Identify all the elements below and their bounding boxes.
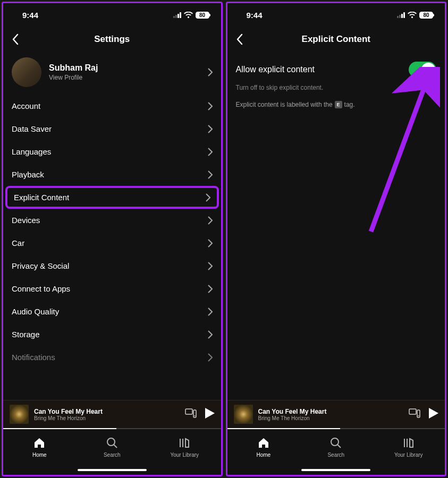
settings-item-account[interactable]: Account (3, 95, 221, 117)
nav-search[interactable]: Search (300, 429, 373, 465)
page-title: Settings (3, 34, 221, 45)
album-art (234, 405, 253, 424)
settings-item-label: Explicit Content (14, 193, 69, 202)
play-icon[interactable] (205, 408, 215, 421)
explicit-hint: Turn off to skip explicit content. (227, 82, 445, 93)
settings-item-playback[interactable]: Playback (3, 163, 221, 186)
settings-item-explicit-content[interactable]: Explicit Content (5, 186, 219, 209)
status-right: 80 (173, 12, 209, 19)
toggle-label: Allow explicit content (236, 65, 315, 74)
settings-content: Subham Raj View Profile Account Data Sav… (3, 52, 221, 400)
settings-item-data-saver[interactable]: Data Saver (3, 117, 221, 140)
settings-item-storage[interactable]: Storage (3, 323, 221, 346)
settings-item-label: Audio Quality (12, 307, 59, 316)
chevron-right-icon (208, 285, 213, 293)
now-playing-artist: Bring Me The Horizon (34, 415, 180, 421)
phone-left-settings: 9:44 80 Settings Subham Raj View Profile (2, 2, 223, 476)
bottom-nav: Home Search Your Library (3, 429, 221, 465)
nav-home[interactable]: Home (227, 429, 300, 465)
home-icon (258, 437, 269, 450)
settings-item-label: Data Saver (12, 124, 52, 133)
settings-item-car[interactable]: Car (3, 232, 221, 254)
settings-item-label: Playback (12, 170, 44, 179)
header: Explicit Content (227, 27, 445, 52)
settings-item-audio-quality[interactable]: Audio Quality (3, 300, 221, 323)
album-art (10, 405, 29, 424)
cellular-icon (397, 12, 405, 18)
avatar (12, 57, 41, 87)
settings-item-label: Account (12, 101, 40, 110)
page-title: Explicit Content (227, 34, 445, 45)
nav-label: Home (256, 452, 271, 458)
home-indicator[interactable] (3, 465, 221, 475)
home-indicator[interactable] (227, 465, 445, 475)
svg-line-12 (338, 445, 341, 448)
chevron-right-icon (208, 239, 213, 247)
search-icon (106, 437, 118, 450)
chevron-right-icon (208, 330, 213, 339)
nav-library[interactable]: Your Library (148, 429, 221, 465)
svg-point-10 (418, 415, 419, 416)
settings-item-privacy-social[interactable]: Privacy & Social (3, 254, 221, 277)
allow-explicit-row: Allow explicit content (227, 52, 445, 82)
chevron-right-icon (208, 170, 213, 179)
wifi-icon (408, 12, 417, 18)
wifi-icon (184, 12, 193, 18)
devices-icon[interactable] (409, 408, 420, 420)
svg-rect-8 (409, 409, 416, 414)
back-button[interactable] (236, 33, 249, 46)
settings-item-devices[interactable]: Devices (3, 209, 221, 232)
allow-explicit-toggle[interactable] (409, 62, 436, 78)
chevron-right-icon (208, 308, 213, 316)
nav-label: Search (104, 452, 121, 458)
settings-item-label: Car (12, 238, 24, 247)
profile-name: Subham Raj (49, 63, 208, 73)
settings-item-notifications[interactable]: Notifications (3, 346, 221, 369)
chevron-right-icon (208, 353, 213, 362)
search-icon (330, 437, 342, 450)
back-button[interactable] (12, 33, 24, 46)
battery-icon: 80 (196, 12, 209, 19)
explicit-hint-tag: Explicit content is labelled with the E … (227, 93, 445, 116)
settings-item-label: Notifications (12, 353, 55, 362)
status-bar: 9:44 80 (3, 3, 221, 27)
chevron-right-icon (206, 193, 210, 202)
svg-point-11 (331, 438, 339, 446)
chevron-right-icon (208, 102, 213, 110)
svg-point-2 (194, 415, 195, 416)
now-playing-bar[interactable]: Can You Feel My Heart Bring Me The Horiz… (227, 400, 445, 428)
status-time: 9:44 (22, 11, 38, 20)
nav-search[interactable]: Search (76, 429, 149, 465)
now-playing-title: Can You Feel My Heart (258, 408, 404, 415)
chevron-right-icon (208, 68, 213, 76)
settings-item-languages[interactable]: Languages (3, 140, 221, 163)
status-time: 9:44 (247, 11, 263, 20)
nav-label: Search (327, 452, 344, 458)
nav-library[interactable]: Your Library (373, 429, 445, 465)
play-icon[interactable] (429, 408, 438, 421)
profile-subtitle: View Profile (49, 74, 208, 81)
cellular-icon (173, 12, 181, 18)
bottom-nav: Home Search Your Library (227, 429, 445, 465)
profile-row[interactable]: Subham Raj View Profile (3, 52, 221, 95)
settings-item-label: Connect to Apps (12, 284, 70, 293)
status-right: 80 (397, 12, 433, 19)
battery-icon: 80 (419, 12, 433, 19)
now-playing-bar[interactable]: Can You Feel My Heart Bring Me The Horiz… (3, 400, 221, 428)
svg-rect-0 (185, 409, 192, 414)
library-icon (403, 437, 415, 450)
phone-right-explicit: 9:44 80 Explicit Content Allow explicit … (226, 2, 447, 476)
nav-label: Your Library (170, 452, 199, 458)
explicit-content: Allow explicit content Turn off to skip … (227, 52, 445, 400)
nav-label: Home (32, 452, 47, 458)
chevron-right-icon (208, 148, 213, 156)
chevron-right-icon (208, 125, 213, 133)
devices-icon[interactable] (185, 408, 197, 420)
svg-line-4 (114, 445, 117, 448)
settings-item-connect-apps[interactable]: Connect to Apps (3, 277, 221, 300)
library-icon (179, 437, 190, 450)
header: Settings (3, 27, 221, 52)
nav-home[interactable]: Home (3, 429, 76, 465)
nav-label: Your Library (394, 452, 423, 458)
explicit-tag-icon: E (335, 101, 342, 108)
